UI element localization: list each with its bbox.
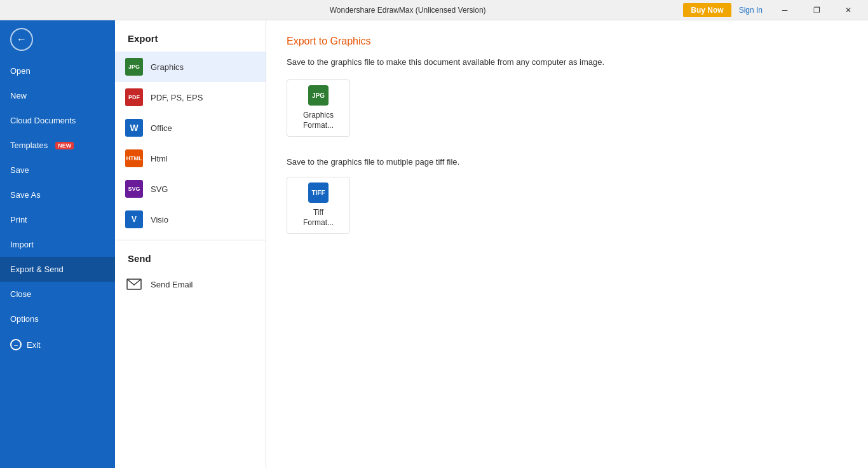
exit-label: Exit [27,340,41,350]
pdf-label: PDF, PS, EPS [151,93,203,102]
sidebar-item-print[interactable]: Print [0,207,115,232]
sidebar-item-save[interactable]: Save [0,158,115,182]
content-desc1: Save to the graphics file to make this d… [287,57,848,67]
exit-minus-icon: – [14,341,18,348]
office-label: Office [151,123,172,133]
sidebar: ← Open New Cloud Documents Templates NEW… [0,20,115,468]
jpg-card-text: JPG [312,92,325,99]
svg-label: SVG [151,184,168,194]
open-label: Open [10,66,31,76]
tiff-card-icon: TIFF [308,182,329,203]
export-visio-item[interactable]: V Visio [115,204,266,235]
buy-now-button[interactable]: Buy Now [683,3,731,17]
send-email-item[interactable]: Send Email [115,269,266,299]
close-window-button[interactable]: ✕ [834,0,863,20]
visio-icon: V [125,210,143,228]
sign-in-button[interactable]: Sign In [739,6,763,15]
restore-button[interactable]: ❐ [802,0,831,20]
send-email-label: Send Email [151,280,193,289]
import-label: Import [10,240,34,249]
sidebar-item-exit[interactable]: – Exit [0,331,115,358]
cloud-label: Cloud Documents [10,116,76,125]
export-office-item[interactable]: W Office [115,113,266,143]
sidebar-item-saveas[interactable]: Save As [0,182,115,207]
new-badge: NEW [55,142,74,149]
section-divider [115,240,266,240]
sidebar-item-close[interactable]: Close [0,282,115,306]
export-graphics-item[interactable]: JPG Graphics [115,52,266,82]
pdf-icon: PDF [125,88,143,106]
email-icon [125,275,143,293]
html-label: Html [151,154,168,163]
sidebar-item-new[interactable]: New [0,83,115,108]
options-label: Options [10,314,39,324]
visio-label: Visio [151,215,168,224]
close-label: Close [10,289,31,299]
sidebar-item-cloud[interactable]: Cloud Documents [0,108,115,133]
word-icon: W [125,119,143,137]
graphics-label: Graphics [151,62,184,72]
minimize-button[interactable]: ─ [770,0,799,20]
format-cards-row1: JPG GraphicsFormat... [287,79,848,137]
content-title: Export to Graphics [287,36,848,47]
back-circle-icon: ← [10,28,33,51]
export-pdf-item[interactable]: PDF PDF, PS, EPS [115,82,266,113]
html-icon: HTML [125,149,143,167]
graphics-format-card[interactable]: JPG GraphicsFormat... [287,79,350,137]
templates-label: Templates [10,141,48,150]
print-label: Print [10,215,27,224]
window-controls: Buy Now Sign In ─ ❐ ✕ [683,0,863,20]
sidebar-item-templates[interactable]: Templates NEW [0,133,115,158]
export-svg-item[interactable]: SVG SVG [115,174,266,204]
content-area: Export to Graphics Save to the graphics … [266,20,868,468]
exit-circle-icon: – [10,339,22,350]
sidebar-item-export[interactable]: Export & Send [0,257,115,282]
tiff-card-label: TiffFormat... [303,208,334,228]
content-desc2: Save to the graphics file to mutiple pag… [287,157,848,167]
back-arrow-icon: ← [17,34,27,45]
save-label: Save [10,165,29,175]
send-section-header: Send [115,245,266,269]
titlebar: Wondershare EdrawMax (Unlicensed Version… [0,0,868,20]
jpg-icon: JPG [125,58,143,76]
graphics-card-label: GraphicsFormat... [303,111,334,130]
middle-panel: Export JPG Graphics PDF PDF, PS, EPS W O… [115,20,266,468]
sidebar-item-import[interactable]: Import [0,232,115,257]
export-section-header: Export [115,20,266,52]
graphics-card-icon: JPG [308,85,329,106]
app-title: Wondershare EdrawMax (Unlicensed Version… [132,6,683,15]
sidebar-item-options[interactable]: Options [0,306,115,331]
export-html-item[interactable]: HTML Html [115,143,266,174]
sidebar-item-open[interactable]: Open [0,59,115,83]
format-cards-row2: TIFF TiffFormat... [287,177,848,234]
main-container: ← Open New Cloud Documents Templates NEW… [0,20,868,468]
tiff-card-text: TIFF [311,189,325,196]
new-label: New [10,91,27,100]
saveas-label: Save As [10,190,41,200]
svg-icon: SVG [125,180,143,198]
tiff-format-card[interactable]: TIFF TiffFormat... [287,177,350,234]
export-label: Export & Send [10,265,64,274]
back-button[interactable]: ← [0,20,115,59]
